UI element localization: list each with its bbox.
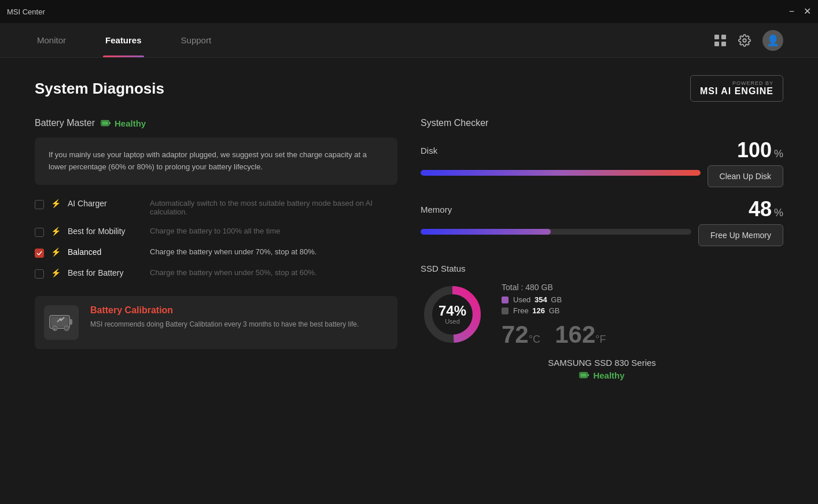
svg-rect-0 [714,35,719,39]
memory-bar-container [421,229,691,235]
tab-monitor[interactable]: Monitor [35,23,68,57]
svg-rect-6 [109,122,110,124]
option-best-battery: ⚡ Best for Battery Charge the battery wh… [35,268,397,279]
battery-master-header: Battery Master Healthy [35,118,397,128]
bolt-icon-battery: ⚡ [51,268,61,277]
option-desc-ai-charger: Automatically switch to the most suitabl… [150,199,397,216]
svg-point-16 [64,326,69,331]
battery-master-title: Battery Master [35,118,95,128]
settings-icon-button[interactable] [738,34,751,47]
ssd-donut-area: 74% Used [421,283,484,346]
memory-metric-header: Memory 48 % [421,199,783,220]
navbar: Monitor Features Support 👤 [0,23,818,58]
checkbox-ai-charger[interactable] [35,200,44,209]
ssd-used-value: 354 [535,295,547,304]
ssd-model-area: SAMSUNG SSD 830 Series Healthy [421,358,783,380]
ssd-free-text: Free 126 GB [513,306,559,315]
svg-rect-7 [102,121,108,125]
ssd-model: SAMSUNG SSD 830 Series [421,358,783,368]
option-desc-best-battery: Charge the battery when under 50%, stop … [150,268,316,277]
ai-engine-badge: POWERED BY MSI AI ENGINE [690,75,783,102]
window-controls: − ✕ [789,7,811,16]
option-best-mobility: ⚡ Best for Mobility Charge the battery t… [35,227,397,237]
checkbox-best-battery[interactable] [35,269,44,279]
ssd-status-section: SSD Status [421,264,783,380]
ssd-healthy-icon [579,370,589,380]
disk-bar-row: Clean Up Disk [421,165,783,187]
memory-unit: % [774,207,783,219]
ssd-healthy-badge: Healthy [421,370,783,380]
bolt-icon-ai: ⚡ [51,199,61,208]
svg-rect-10 [51,317,68,327]
minimize-button[interactable]: − [789,7,794,16]
ssd-used-label: Used [439,318,466,325]
battery-calibration: + Battery Calibration MSI recommends doi… [35,296,397,349]
battery-master-panel: Battery Master Healthy If you mainly use… [35,118,397,380]
clean-up-disk-button[interactable]: Clean Up Disk [708,165,783,187]
page-header: System Diagnosis POWERED BY MSI AI ENGIN… [35,75,783,102]
ssd-free-legend: Free 126 GB [502,306,783,315]
option-balanced: ⚡ Balanced Charge the battery when under… [35,247,397,258]
page-title: System Diagnosis [35,80,164,98]
svg-rect-9 [69,319,72,325]
memory-bar-row: Free Up Memory [421,224,783,246]
bolt-icon-mobility: ⚡ [51,227,61,236]
tab-support[interactable]: Support [179,23,214,57]
nav-right: 👤 [714,30,783,51]
content-grid: Battery Master Healthy If you mainly use… [35,118,783,380]
ssd-used-text: Used 354 GB [513,295,562,304]
battery-cal-title: Battery Calibration [90,305,359,316]
close-button[interactable]: ✕ [804,7,811,16]
ai-engine-powered-label: POWERED BY [732,80,773,86]
ssd-total: Total : 480 GB [502,283,783,292]
ssd-stats-area: Total : 480 GB Used 354 GB [502,283,783,349]
memory-value: 48 [749,199,772,220]
option-desc-best-mobility: Charge the battery to 100% all the time [150,227,280,235]
ssd-temp-f-value: 162 [555,321,595,349]
charge-options: ⚡ AI Charger Automatically switch to the… [35,199,397,279]
nav-tabs: Monitor Features Support [35,23,213,57]
battery-info-box: If you mainly use your laptop with adapt… [35,138,397,185]
option-name-best-battery: Best for Battery [68,268,143,277]
option-name-balanced: Balanced [68,247,143,257]
battery-info-text: If you mainly use your laptop with adapt… [49,150,367,171]
ssd-temp-c-unit: °C [529,333,540,346]
checkbox-best-mobility[interactable] [35,228,44,237]
ssd-used-legend: Used 354 GB [502,295,783,304]
svg-rect-20 [588,374,589,376]
svg-text:+: + [53,327,56,332]
grid-icon-button[interactable] [714,34,727,47]
ssd-donut-label: 74% Used [439,304,466,325]
ssd-free-value: 126 [532,306,545,315]
ssd-used-dot [502,297,509,303]
memory-metric: Memory 48 % Free Up Memory [421,199,783,246]
ssd-donut-chart: 74% Used [421,283,484,346]
checkbox-balanced[interactable] [35,249,44,258]
titlebar: MSI Center − ✕ [0,0,818,23]
option-ai-charger: ⚡ AI Charger Automatically switch to the… [35,199,397,216]
battery-icon [101,118,111,128]
option-name-ai-charger: AI Charger [68,199,143,208]
disk-label: Disk [421,146,437,155]
disk-unit: % [774,148,783,160]
avatar[interactable]: 👤 [762,30,783,51]
memory-bar [421,229,551,235]
disk-metric-header: Disk 100 % [421,140,783,161]
tab-features[interactable]: Features [103,23,144,57]
memory-label: Memory [421,205,452,214]
ssd-legend: Used 354 GB Free 126 GB [502,295,783,315]
ssd-temp-f-unit: °F [595,333,606,346]
disk-bar [421,170,701,176]
ssd-temp-row: 72 °C 162 °F [502,321,783,349]
ssd-status-text: Healthy [593,370,624,380]
ssd-free-dot [502,307,509,314]
svg-rect-21 [581,373,587,377]
option-name-best-mobility: Best for Mobility [68,227,143,236]
free-up-memory-button[interactable]: Free Up Memory [698,224,783,246]
ssd-content: 74% Used Total : 480 GB Used [421,283,783,349]
svg-rect-2 [714,42,719,46]
main-content: System Diagnosis POWERED BY MSI AI ENGIN… [0,58,818,504]
disk-metric: Disk 100 % Clean Up Disk [421,140,783,187]
ai-engine-name: MSI AI ENGINE [700,86,773,97]
svg-rect-1 [721,35,726,39]
